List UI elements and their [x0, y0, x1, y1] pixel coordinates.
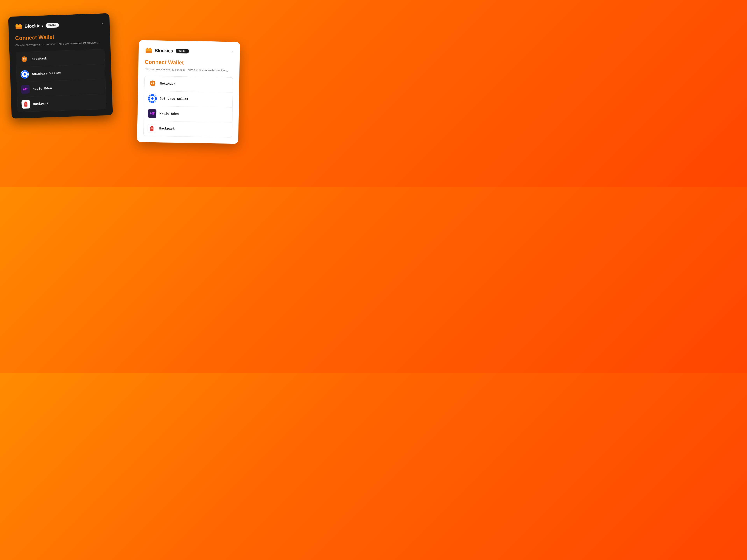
dark-modal-connect-title: Connect Wallet [15, 32, 104, 42]
svg-rect-17 [25, 102, 26, 103]
dark-backpack-name: Backpack [33, 102, 49, 106]
light-magic-eden-me-text: ME [150, 112, 154, 115]
light-wallet-item-metamask[interactable]: MetaMask [144, 76, 233, 92]
light-wallet-item-coinbase[interactable]: Coinbase Wallet [144, 91, 233, 108]
dark-magic-eden-me-text: ME [23, 87, 28, 91]
light-modal-connect-title: Connect Wallet [145, 59, 233, 67]
light-blockies-logo-icon [145, 47, 153, 54]
light-wallet-item-magic-eden[interactable]: ME Magic Eden [144, 106, 232, 123]
light-metamask-icon [148, 79, 157, 88]
dark-magic-eden-icon: ME [21, 85, 30, 94]
dark-coinbase-inner [24, 73, 26, 76]
dark-backpack-icon [21, 100, 30, 109]
light-coinbase-name: Coinbase Wallet [160, 97, 189, 101]
svg-rect-37 [151, 126, 153, 127]
dark-modal-wallet-list: MetaMask Coinbase Wallet ME Magic Eden [16, 49, 107, 112]
dark-modal-header: Blockies Wallet × [15, 20, 103, 30]
light-modal-logo-text: Blockies [154, 48, 173, 54]
dark-modal-logo-text: Blockies [24, 23, 43, 29]
svg-rect-21 [146, 49, 152, 51]
light-magic-eden-icon: ME [148, 109, 156, 118]
light-magic-eden-name: Magic Eden [159, 112, 179, 116]
light-backpack-name: Backpack [159, 127, 175, 131]
dark-metamask-icon [20, 55, 29, 64]
dark-metamask-name: MetaMask [32, 57, 47, 61]
light-modal: Blockies Wallet × Connect Wallet Choose … [137, 40, 240, 144]
dark-wallet-item-backpack[interactable]: Backpack [18, 94, 106, 112]
light-backpack-icon [148, 124, 156, 133]
light-modal-logo: Blockies Wallet [145, 47, 189, 55]
light-modal-close-button[interactable]: × [231, 50, 234, 54]
light-modal-wallet-badge: Wallet [176, 49, 189, 53]
dark-modal-connect-desc: Choose how you want to connect. There ar… [16, 40, 104, 48]
dark-modal-wallet-badge: Wallet [46, 23, 59, 28]
dark-modal: Blockies Wallet × Connect Wallet Choose … [8, 13, 113, 118]
light-coinbase-inner [151, 98, 153, 100]
dark-magic-eden-name: Magic Eden [33, 86, 52, 90]
light-wallet-item-backpack[interactable]: Backpack [144, 121, 232, 137]
dark-coinbase-name: Coinbase Wallet [32, 71, 61, 76]
dark-modal-close-button[interactable]: × [101, 22, 103, 25]
light-modal-header: Blockies Wallet × [145, 47, 234, 56]
dark-modal-logo: Blockies Wallet [15, 21, 59, 30]
scene: Blockies Wallet × Connect Wallet Choose … [0, 0, 249, 187]
light-coinbase-icon [148, 94, 157, 103]
light-modal-connect-desc: Choose how you want to connect. There ar… [145, 67, 233, 73]
dark-coinbase-circle [21, 71, 28, 78]
light-coinbase-circle [149, 95, 156, 102]
light-modal-wallet-list: MetaMask Coinbase Wallet ME Magic Eden [144, 76, 233, 137]
dark-coinbase-icon [20, 70, 29, 79]
light-metamask-name: MetaMask [160, 82, 176, 86]
blockies-logo-icon [15, 22, 23, 30]
